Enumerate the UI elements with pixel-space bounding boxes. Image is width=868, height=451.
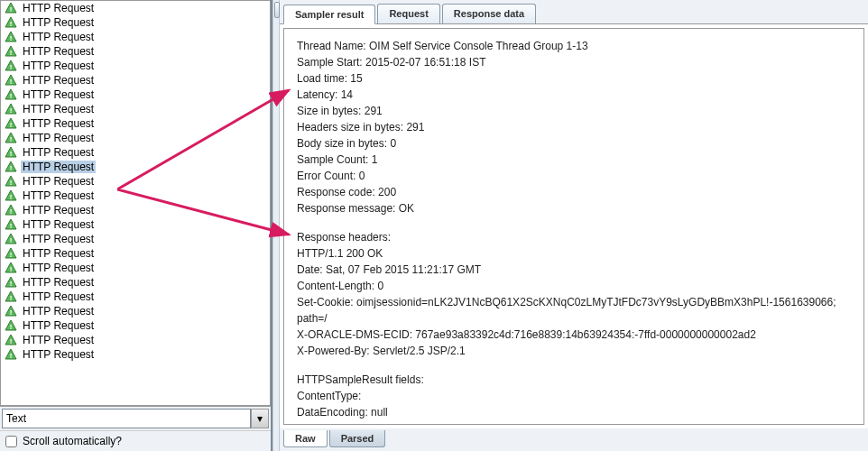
svg-text:!: ! [10,5,13,14]
tree-item-http-request[interactable]: !HTTP Request [1,30,270,44]
tree-item-label: HTTP Request [21,2,96,14]
view-tab-raw[interactable]: Raw [283,430,328,447]
results-tree[interactable]: !HTTP Request!HTTP Request!HTTP Request!… [0,0,271,406]
result-line: HTTPSampleResult fields: [297,372,851,388]
splitter[interactable] [272,0,280,451]
tree-item-label: HTTP Request [21,45,96,58]
tree-item-http-request[interactable]: !HTTP Request [1,116,270,131]
success-triangle-icon: ! [5,319,17,332]
result-tabs: Sampler resultRequestResponse data [280,0,868,24]
tree-item-http-request[interactable]: !HTTP Request [1,189,270,203]
svg-text:!: ! [10,135,13,143]
tree-item-http-request[interactable]: !HTTP Request [1,145,270,160]
tree-item-http-request[interactable]: !HTTP Request [1,131,270,145]
success-triangle-icon: ! [5,189,17,202]
tree-item-http-request[interactable]: !HTTP Request [1,347,270,362]
svg-text:!: ! [10,222,13,230]
tree-item-label: HTTP Request [21,204,96,216]
tree-item-http-request[interactable]: !HTTP Request [1,290,270,304]
svg-text:!: ! [10,352,13,360]
success-triangle-icon: ! [5,305,17,318]
tree-item-http-request[interactable]: !HTTP Request [1,261,270,275]
tree-item-http-request[interactable]: !HTTP Request [1,246,270,261]
svg-text:!: ! [10,34,13,42]
tree-item-http-request[interactable]: !HTTP Request [1,318,270,333]
svg-text:!: ! [10,337,13,345]
svg-text:!: ! [10,164,13,172]
tree-item-label: HTTP Request [21,305,96,318]
tree-item-http-request[interactable]: !HTTP Request [1,275,270,290]
success-triangle-icon: ! [5,2,17,14]
tree-item-http-request[interactable]: !HTTP Request [1,333,270,347]
tree-item-http-request[interactable]: !HTTP Request [1,102,270,116]
svg-text:!: ! [10,92,13,100]
result-line: Size in bytes: 291 [297,103,851,119]
svg-text:!: ! [10,49,13,57]
result-line: Set-Cookie: oimjsessionid=nLK2JV1NcBQ61X… [297,294,851,327]
tree-item-http-request[interactable]: !HTTP Request [1,1,270,15]
result-line: Response headers: [297,229,851,245]
success-triangle-icon: ! [5,103,17,115]
tree-item-label: HTTP Request [21,117,96,130]
view-tab-parsed[interactable]: Parsed [329,430,386,447]
success-triangle-icon: ! [5,290,17,303]
result-line: Response message: OK [297,200,851,216]
renderer-dropdown-row: ▾ [0,406,271,430]
svg-text:!: ! [10,251,13,259]
scroll-auto-checkbox[interactable] [5,436,17,447]
svg-text:!: ! [10,294,13,302]
svg-text:!: ! [10,236,13,244]
tree-item-label: HTTP Request [21,31,96,43]
tree-item-http-request[interactable]: !HTTP Request [1,217,270,232]
tree-item-label: HTTP Request [21,103,96,115]
tree-item-label: HTTP Request [21,132,96,144]
splitter-handle[interactable] [274,2,280,18]
result-line: Sample Start: 2015-02-07 16:51:18 IST [297,54,851,70]
tree-item-http-request[interactable]: !HTTP Request [1,304,270,318]
tree-item-http-request[interactable]: !HTTP Request [1,203,270,217]
success-triangle-icon: ! [5,233,17,245]
svg-text:!: ! [10,20,13,28]
success-triangle-icon: ! [5,334,17,346]
result-line: Latency: 14 [297,87,851,103]
svg-text:!: ! [10,265,13,273]
tab-response-data[interactable]: Response data [442,4,536,23]
success-triangle-icon: ! [5,247,17,260]
view-tabs: RawParsed [280,428,868,451]
renderer-select[interactable] [2,409,251,428]
tree-item-label: HTTP Request [21,319,96,332]
success-triangle-icon: ! [5,175,17,188]
tab-sampler-result[interactable]: Sampler result [283,5,375,24]
chevron-down-icon: ▾ [257,412,263,425]
tree-item-label: HTTP Request [21,88,96,101]
result-line: X-ORACLE-DMS-ECID: 767ae93a83392c4d:716e… [297,327,851,343]
svg-text:!: ! [10,106,13,115]
tree-item-http-request[interactable]: !HTTP Request [1,174,270,189]
renderer-dropdown-button[interactable]: ▾ [251,409,269,428]
tree-item-label: HTTP Request [21,348,96,361]
result-line: Thread Name: OIM Self Service Console Th… [297,38,851,54]
success-triangle-icon: ! [5,16,17,29]
success-triangle-icon: ! [5,60,17,72]
tree-item-http-request[interactable]: !HTTP Request [1,87,270,102]
result-line: Sample Count: 1 [297,152,851,168]
tree-item-label: HTTP Request [21,175,96,188]
tab-request[interactable]: Request [377,4,439,23]
svg-text:!: ! [10,78,13,86]
tree-item-http-request[interactable]: !HTTP Request [1,15,270,30]
tree-item-http-request[interactable]: !HTTP Request [1,59,270,73]
scroll-auto-row: Scroll automatically? [0,430,271,451]
result-line: Load time: 15 [297,70,851,87]
result-line: HTTP/1.1 200 OK [297,245,851,262]
tree-item-http-request[interactable]: !HTTP Request [1,44,270,59]
tree-item-http-request[interactable]: !HTTP Request [1,73,270,87]
success-triangle-icon: ! [5,348,17,361]
success-triangle-icon: ! [5,74,17,87]
result-line: Headers size in bytes: 291 [297,119,851,135]
left-panel: !HTTP Request!HTTP Request!HTTP Request!… [0,0,272,451]
tree-item-http-request[interactable]: !HTTP Request [1,160,270,174]
tree-item-label: HTTP Request [21,60,96,72]
tree-item-http-request[interactable]: !HTTP Request [1,232,270,246]
svg-text:!: ! [10,179,13,187]
success-triangle-icon: ! [5,276,17,289]
